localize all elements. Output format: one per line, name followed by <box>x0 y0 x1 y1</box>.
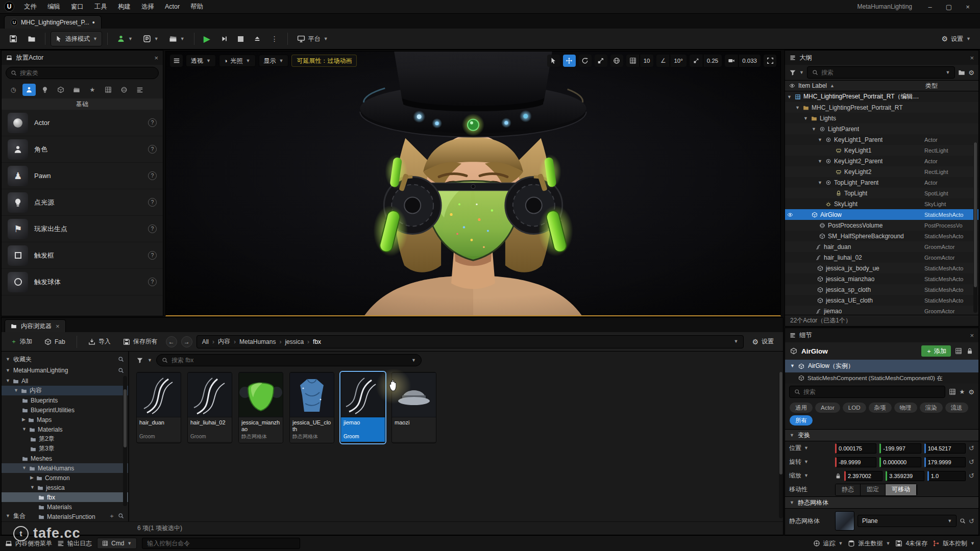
menu-edit[interactable]: 编辑 <box>42 1 65 13</box>
asset-search-box[interactable]: ▼ <box>156 354 422 366</box>
outliner-row-keylight2-parent[interactable]: ▼KeyLight2_ParentActor <box>785 156 978 166</box>
level-viewport[interactable]: 透视▼ ◑光照▼ 显示▼ 可延展性：过场动画 10 ∠ 10° 0.25 <box>165 51 781 316</box>
class-search-box[interactable] <box>6 67 159 79</box>
fab-button[interactable]: Fab <box>40 334 69 349</box>
settings-button[interactable]: ⚙ 设置 ▼ <box>938 31 975 46</box>
chevron-down-icon[interactable]: ▼ <box>411 358 416 363</box>
tree-jessica[interactable]: ▼jessica <box>2 483 128 492</box>
close-icon[interactable]: × <box>970 54 974 62</box>
add-component-button[interactable]: ＋添加 <box>921 345 951 357</box>
outliner-row-lightparent[interactable]: ▼LightParent <box>785 123 978 134</box>
location-label[interactable]: 位置▼ <box>789 444 832 453</box>
grid-snap-control[interactable]: 10 <box>626 55 654 67</box>
tree-scrollbar[interactable] <box>123 376 127 506</box>
derived-data-button[interactable]: 派生数据 ▼ <box>848 539 890 548</box>
breadcrumb-metahumans[interactable]: MetaHumans <box>239 338 276 345</box>
help-icon[interactable]: ? <box>148 118 157 127</box>
scale-x-field[interactable] <box>844 471 883 481</box>
chip-streaming[interactable]: 流送 <box>945 403 968 413</box>
menu-build[interactable]: 构建 <box>113 1 136 13</box>
show-flags-select[interactable]: 显示▼ <box>259 55 289 67</box>
category-cinematic[interactable] <box>70 84 83 96</box>
category-volumes[interactable] <box>117 84 131 96</box>
chip-rendering[interactable]: 渲染 <box>920 403 943 413</box>
outliner-row-ue-cloth[interactable]: jessica_UE_clothStaticMeshActo <box>785 295 978 306</box>
rotation-snap-control[interactable]: ∠ 10° <box>656 55 686 67</box>
search-icon[interactable] <box>118 356 124 362</box>
tree-all[interactable]: ▼All <box>2 376 128 386</box>
chip-general[interactable]: 通用 <box>790 403 813 413</box>
frame-skip-button[interactable] <box>216 31 232 46</box>
place-item-actor[interactable]: Actor ? <box>2 110 163 136</box>
scale-label[interactable]: 缩放▼ <box>789 471 832 480</box>
console-input[interactable] <box>147 540 295 547</box>
content-drawer-button[interactable]: 内容侧滑菜单 <box>5 539 52 548</box>
asset-tile-jiemao[interactable]: jiemaoGroom <box>340 372 385 443</box>
chip-all[interactable]: 所有 <box>790 415 813 425</box>
place-item-trigger-box[interactable]: 触发框 ? <box>2 242 163 269</box>
rotation-z-field[interactable] <box>924 457 966 467</box>
breadcrumb-content[interactable]: 内容 <box>218 337 230 346</box>
add-collection-icon[interactable]: ＋ <box>109 512 115 520</box>
play-options-button[interactable]: ⋮ <box>267 31 282 46</box>
mobility-movable-button[interactable]: 可移动 <box>886 484 917 495</box>
filter-icon[interactable] <box>136 357 143 364</box>
place-item-point-light[interactable]: 点光源 ? <box>2 189 163 216</box>
viewport-menu-button[interactable] <box>170 55 183 67</box>
maximize-button[interactable]: ▢ <box>940 0 958 13</box>
favorites-section[interactable]: ▼收藏夹 <box>2 354 128 365</box>
asset-tile-hair-liuhai[interactable]: hair_liuhai_02Groom <box>187 372 232 443</box>
place-item-character[interactable]: 角色 ? <box>2 136 163 163</box>
rotate-tool-button[interactable] <box>579 55 592 67</box>
scale-lock-icon[interactable] <box>835 473 841 479</box>
menu-file[interactable]: 文件 <box>19 1 42 13</box>
tree-metahumans[interactable]: ▼MetaHumans <box>2 463 128 473</box>
close-icon[interactable]: × <box>970 332 974 339</box>
category-geometry[interactable] <box>102 84 115 96</box>
outliner-row-hair-liuhai[interactable]: hair_liuhai_02GroomActor <box>785 252 978 263</box>
asset-search-input[interactable] <box>172 357 408 364</box>
rotation-snap-value[interactable]: 10° <box>670 55 686 67</box>
scale-y-field[interactable] <box>886 471 924 481</box>
tree-chapter2[interactable]: 第2章 <box>2 434 128 444</box>
revision-control-button[interactable]: 版本控制 ▼ <box>933 539 975 548</box>
content-browser-tab[interactable]: 内容浏览器 × <box>5 319 66 332</box>
search-icon[interactable] <box>118 367 124 373</box>
help-icon[interactable]: ? <box>148 198 157 207</box>
outliner-row-lights-folder[interactable]: ▼Lights <box>785 113 978 123</box>
save-all-button[interactable]: 保存所有 <box>119 334 162 349</box>
outliner-row-folder-rt[interactable]: ▼MHC_LightingPreset_Portrait_RT <box>785 102 978 113</box>
menu-select[interactable]: 选择 <box>136 1 159 13</box>
unsaved-button[interactable]: 4未保存 <box>895 539 927 548</box>
chip-lod[interactable]: LOD <box>843 403 866 413</box>
world-space-toggle[interactable] <box>610 55 623 67</box>
move-tool-button[interactable] <box>563 55 576 67</box>
outliner-row-keylight2[interactable]: KeyLight2RectLight <box>785 166 978 177</box>
outliner-search-input[interactable] <box>821 69 943 76</box>
category-basic[interactable] <box>22 84 36 96</box>
tree-chapter3[interactable]: 第3章 <box>2 444 128 454</box>
play-button[interactable]: ▶ <box>200 31 214 46</box>
help-icon[interactable]: ? <box>148 224 157 233</box>
scale-snap-control[interactable]: 0.25 <box>690 55 722 67</box>
favorites-star-icon[interactable]: ★ <box>960 388 965 395</box>
stop-button[interactable] <box>234 31 248 46</box>
outliner-row-mianzhao[interactable]: jessica_mianzhaoStaticMeshActo <box>785 273 978 284</box>
lock-icon[interactable] <box>966 347 973 355</box>
scale-snap-value[interactable]: 0.25 <box>703 55 722 67</box>
use-selected-icon[interactable]: ↺ <box>969 517 974 525</box>
new-folder-icon[interactable] <box>958 69 965 76</box>
browse-content-button[interactable] <box>23 31 40 46</box>
platforms-button[interactable]: 平台 ▼ <box>293 31 332 46</box>
class-search-input[interactable] <box>20 69 154 77</box>
static-mesh-dropdown[interactable]: Plane ▼ <box>857 515 957 527</box>
close-icon[interactable]: × <box>56 322 60 330</box>
grid-snap-value[interactable]: 10 <box>640 55 654 67</box>
breadcrumb-fbx[interactable]: fbx <box>313 338 321 345</box>
outliner-row-halfsphere[interactable]: SM_HalfSphereBackgroundStaticMeshActo <box>785 231 978 241</box>
category-visual-effects[interactable]: ★ <box>86 84 99 96</box>
reset-icon[interactable]: ↺ <box>969 472 974 480</box>
rotation-y-field[interactable] <box>879 457 921 467</box>
tree-materials[interactable]: ▼Materials <box>2 424 128 434</box>
place-actors-header[interactable]: 放置Actor × <box>2 51 163 65</box>
